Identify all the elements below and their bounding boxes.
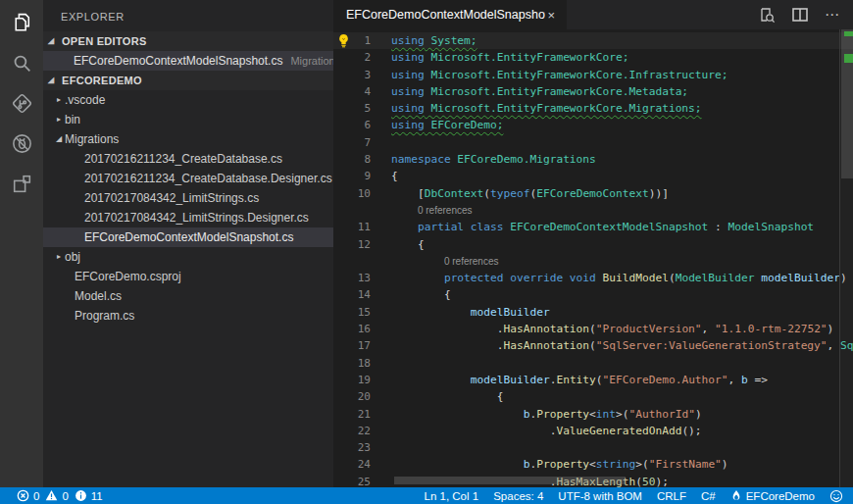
code-text[interactable]: protected override void BuildModel(Model… <box>391 270 847 286</box>
code-line-16[interactable]: 16 .HasAnnotation("ProductVersion", "1.1… <box>333 321 853 337</box>
tab-active[interactable]: EFCoreDemoContextModelSnapshot.cs × <box>333 0 567 29</box>
status-item-c[interactable]: C# <box>701 490 716 502</box>
tree-folder--vscode[interactable]: ▸.vscode <box>43 90 333 110</box>
activity-item-extensions[interactable] <box>0 164 43 204</box>
code-line-2[interactable]: 2using Microsoft.EntityFrameworkCore; <box>333 49 853 66</box>
code-line-15[interactable]: 15 modelBuilder <box>333 304 853 321</box>
code-line-18[interactable]: 18 <box>333 355 853 372</box>
activity-item-explorer[interactable] <box>0 3 43 43</box>
code-line-14[interactable]: 14 { <box>333 286 853 303</box>
tree-file-20170217084342-limitstrings-cs[interactable]: 20170217084342_LimitStrings.cs <box>43 188 333 208</box>
vertical-scrollbar[interactable] <box>839 29 853 487</box>
horizontal-scrollbar[interactable] <box>394 477 626 484</box>
code-text[interactable]: b.Property<int>("AuthorId") <box>391 406 702 423</box>
tree-folder-bin[interactable]: ▸bin <box>43 110 333 129</box>
code-text[interactable]: .HasAnnotation("SqlServer:ValueGeneratio… <box>391 337 853 354</box>
tab-close-icon[interactable]: × <box>545 8 557 23</box>
code-editor[interactable]: 1using System;2using Microsoft.EntityFra… <box>333 29 853 487</box>
code-line-12[interactable]: 12 { <box>333 236 853 253</box>
git-icon <box>10 91 34 116</box>
code-line-23[interactable]: 23 <box>333 439 853 456</box>
code-text[interactable]: using Microsoft.EntityFrameworkCore.Infr… <box>391 67 728 83</box>
code-text[interactable]: .HasAnnotation("ProductVersion", "1.1.0-… <box>391 321 833 337</box>
code-line-1[interactable]: 1using System; <box>333 32 853 49</box>
code-line-19[interactable]: 19 modelBuilder.Entity("EFCoreDemo.Autho… <box>333 372 853 388</box>
code-text[interactable]: using Microsoft.EntityFrameworkCore.Migr… <box>391 100 702 117</box>
infos-group[interactable]: 11 <box>75 489 103 502</box>
code-line-20[interactable]: 20 { <box>333 388 853 405</box>
tree-folder-obj[interactable]: ▸obj <box>43 247 333 267</box>
code-line-8[interactable]: 8namespace EFCoreDemo.Migrations <box>333 151 853 168</box>
code-text[interactable]: using Microsoft.EntityFrameworkCore; <box>391 49 629 66</box>
tree-file-20170217084342-limitstrings-designer-cs[interactable]: 20170217084342_LimitStrings.Designer.cs <box>43 208 333 227</box>
code-line-22[interactable]: 22 .ValueGeneratedOnAdd(); <box>333 423 853 439</box>
errors-group[interactable]: 0 <box>17 489 39 502</box>
code-line-5[interactable]: 5using Microsoft.EntityFrameworkCore.Mig… <box>333 100 853 117</box>
tree-file-20170216211234-createdatabase-designer-cs[interactable]: 20170216211234_CreateDatabase.Designer.c… <box>43 169 333 188</box>
code-line-17[interactable]: 17 .HasAnnotation("SqlServer:ValueGenera… <box>333 337 853 354</box>
twisty-collapsed-icon[interactable]: ▸ <box>53 96 65 104</box>
code-text[interactable]: [DbContext(typeof(EFCoreDemoContext))] <box>391 185 669 202</box>
twisty-collapsed-icon[interactable]: ▸ <box>53 253 65 261</box>
code-text[interactable]: using EFCoreDemo; <box>391 117 504 133</box>
codelens-label[interactable]: 0 references <box>391 202 473 219</box>
split-editor-icon[interactable] <box>792 8 808 22</box>
problems-status[interactable]: 0 0 11 <box>17 489 103 502</box>
twisty-expanded-icon[interactable]: ◢ <box>53 135 65 143</box>
status-item-efcoredemo[interactable]: EFCoreDemo <box>730 489 815 502</box>
code-line-10[interactable]: 10 [DbContext(typeof(EFCoreDemoContext))… <box>333 185 853 202</box>
code-line-11[interactable]: 11 partial class EFCoreDemoContextModelS… <box>333 219 853 235</box>
code-line-21[interactable]: 21 b.Property<int>("AuthorId") <box>333 406 853 423</box>
activity-item-search[interactable] <box>0 43 43 83</box>
open-editor-item[interactable]: EFCoreDemoContextModelSnapshot.csMigrati… <box>43 51 333 71</box>
file-tree: ▸.vscode▸bin◢Migrations20170216211234_Cr… <box>43 90 333 326</box>
more-actions-icon[interactable]: ⋯ <box>825 10 840 20</box>
activity-item-source-control[interactable] <box>0 83 43 124</box>
code-line-3[interactable]: 3using Microsoft.EntityFrameworkCore.Inf… <box>333 67 853 83</box>
line-number: 4 <box>351 83 391 100</box>
tree-folder-migrations[interactable]: ◢Migrations <box>43 129 333 149</box>
code-text[interactable]: partial class EFCoreDemoContextModelSnap… <box>391 219 814 235</box>
codelens[interactable]: 0 references <box>333 253 853 270</box>
code-text[interactable]: using System; <box>391 32 477 49</box>
tree-file-efcoredemo-csproj[interactable]: EFCoreDemo.csproj <box>43 267 333 286</box>
code-line-24[interactable]: 24 b.Property<string>("FirstName") <box>333 456 853 473</box>
status-item-ln-1-col-1[interactable]: Ln 1, Col 1 <box>425 490 479 502</box>
code-text[interactable]: { <box>391 388 504 405</box>
vertical-scrollbar-slider[interactable] <box>841 29 853 178</box>
activity-item-debug[interactable] <box>0 124 43 164</box>
code-text[interactable]: { <box>391 236 425 253</box>
code-text[interactable]: modelBuilder.Entity("EFCoreDemo.Author",… <box>391 372 768 388</box>
gutter: 4 <box>333 83 391 100</box>
codelens[interactable]: 0 references <box>333 202 853 219</box>
code-line-6[interactable]: 6using EFCoreDemo; <box>333 117 853 133</box>
code-text[interactable]: .ValueGeneratedOnAdd(); <box>391 423 702 439</box>
feedback-smiley-icon[interactable] <box>829 489 843 503</box>
tree-file-20170216211234-createdatabase-cs[interactable]: 20170216211234_CreateDatabase.cs <box>43 149 333 169</box>
status-item-spaces-4[interactable]: Spaces: 4 <box>493 490 543 502</box>
gutter: 23 <box>333 439 391 456</box>
line-number: 3 <box>351 67 391 83</box>
code-line-13[interactable]: 13 protected override void BuildModel(Mo… <box>333 270 853 286</box>
status-item-crlf[interactable]: CRLF <box>657 490 686 502</box>
code-text[interactable]: b.Property<string>("FirstName") <box>391 456 728 473</box>
code-text[interactable]: { <box>391 168 398 184</box>
tree-file-model-cs[interactable]: Model.cs <box>43 286 333 306</box>
code-line-4[interactable]: 4using Microsoft.EntityFrameworkCore.Met… <box>333 83 853 100</box>
warnings-group[interactable]: 0 <box>45 489 68 502</box>
twisty-collapsed-icon[interactable]: ▸ <box>53 116 65 124</box>
code-line-7[interactable]: 7 <box>333 134 853 151</box>
code-text[interactable]: namespace EFCoreDemo.Migrations <box>391 151 596 168</box>
section-header-folder[interactable]: ◢ EFCOREDEMO <box>43 71 333 90</box>
status-item-utf-8-with-bom[interactable]: UTF-8 with BOM <box>558 490 642 502</box>
code-text[interactable]: { <box>391 286 451 303</box>
tree-file-efcoredemocontextmodelsnapshot-cs[interactable]: EFCoreDemoContextModelSnapshot.cs <box>43 227 333 247</box>
open-changes-icon[interactable] <box>759 7 776 24</box>
code-line-9[interactable]: 9{ <box>333 168 853 184</box>
lightbulb-icon[interactable] <box>336 33 351 48</box>
code-text[interactable]: using Microsoft.EntityFrameworkCore.Meta… <box>391 83 688 100</box>
codelens-label[interactable]: 0 references <box>391 253 499 270</box>
section-header-open-editors[interactable]: ◢ OPEN EDITORS <box>43 31 333 51</box>
code-text[interactable]: modelBuilder <box>391 304 550 321</box>
tree-file-program-cs[interactable]: Program.cs <box>43 306 333 326</box>
